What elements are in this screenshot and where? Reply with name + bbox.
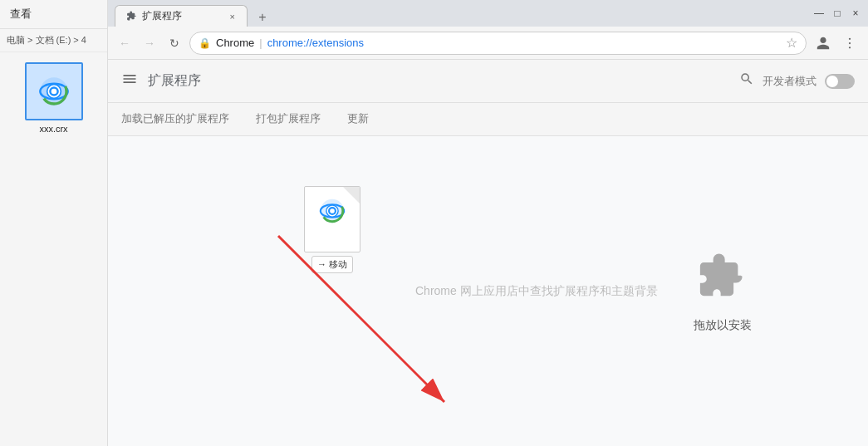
crx-file-item[interactable]: xxx.crx (21, 62, 87, 134)
svg-line-16 (278, 236, 444, 402)
drag-hint-text: Chrome 网上应用店中查找扩展程序和主题背景 (415, 284, 658, 299)
tab-area: 扩展程序 × + (115, 0, 807, 27)
browser-window: 扩展程序 × + — □ × ← → ↻ 🔒 Chrome | chrome:/… (108, 0, 868, 446)
address-separator: | (259, 37, 262, 49)
new-tab-btn[interactable]: + (251, 8, 274, 27)
svg-point-7 (849, 42, 851, 43)
subnav-pack[interactable]: 打包扩展程序 (256, 105, 321, 135)
address-path: chrome://extensions (267, 37, 364, 49)
window-controls: — □ × (813, 7, 861, 19)
breadcrumb: 电脑 > 文档 (E:) > 4 (0, 29, 107, 52)
dev-mode-label: 开发者模式 (763, 74, 817, 89)
close-btn[interactable]: × (850, 7, 861, 19)
svg-point-8 (849, 47, 851, 48)
crx-drag-ie-logo (318, 197, 346, 228)
subnav-update[interactable]: 更新 (347, 105, 369, 135)
maximize-btn[interactable]: □ (831, 7, 843, 19)
svg-point-4 (51, 89, 56, 95)
ie-logo-icon (37, 75, 71, 108)
drop-area: 拖放以安装 (694, 250, 752, 333)
crx-file-label: xxx.crx (39, 124, 67, 134)
svg-point-6 (849, 37, 851, 39)
svg-point-9 (321, 199, 344, 223)
tab-close-btn[interactable]: × (228, 12, 237, 22)
crx-move-label: → 移动 (311, 256, 353, 273)
subnav-load-unpacked[interactable]: 加载已解压的扩展程序 (121, 105, 229, 135)
crx-drag-icon (304, 186, 360, 252)
ext-main-area: Chrome 网上应用店中查找扩展程序和主题背景 → 移动 (108, 136, 868, 446)
drop-puzzle-icon (694, 250, 752, 308)
extensions-header: 扩展程序 开发者模式 (108, 60, 868, 103)
sidebar-menu-icon[interactable] (121, 71, 138, 91)
forward-btn[interactable]: → (140, 33, 159, 53)
refresh-btn[interactable]: ↻ (164, 33, 184, 53)
crx-floating-file: → 移动 (299, 186, 365, 273)
svg-point-10 (321, 204, 344, 218)
minimize-btn[interactable]: — (813, 7, 825, 19)
title-bar: 扩展程序 × + — □ × (108, 0, 868, 27)
active-tab[interactable]: 扩展程序 × (115, 5, 248, 27)
extensions-page-title: 扩展程序 (148, 72, 201, 90)
account-btn[interactable] (812, 32, 835, 55)
sidebar-label: 查看 (0, 0, 107, 29)
svg-point-14 (321, 200, 343, 222)
dev-mode-toggle[interactable] (825, 74, 855, 89)
drop-label: 拖放以安装 (694, 318, 752, 333)
crx-file-icon-box (25, 62, 83, 120)
back-btn[interactable]: ← (115, 33, 135, 53)
address-bar[interactable]: 🔒 Chrome | chrome://extensions ☆ (189, 32, 807, 55)
bookmark-star-icon[interactable]: ☆ (786, 35, 797, 51)
file-explorer-sidebar: 查看 电脑 > 文档 (E:) > 4 xxx.crx (0, 0, 108, 446)
ext-search-icon[interactable] (739, 71, 754, 91)
menu-btn[interactable] (838, 32, 861, 55)
drag-arrow-icon (187, 211, 503, 435)
secure-icon: 🔒 (199, 37, 211, 49)
address-domain: Chrome (216, 37, 254, 49)
svg-point-11 (326, 205, 338, 217)
svg-point-13 (330, 208, 335, 213)
ext-header-right: 开发者模式 (739, 71, 855, 91)
svg-point-12 (328, 207, 336, 215)
toolbar-right-icons (812, 32, 861, 55)
tab-label: 扩展程序 (142, 9, 182, 23)
ext-subnav: 加载已解压的扩展程序 打包扩展程序 更新 (108, 103, 868, 136)
browser-toolbar: ← → ↻ 🔒 Chrome | chrome://extensions ☆ (108, 27, 868, 60)
tab-puzzle-icon (125, 11, 137, 22)
